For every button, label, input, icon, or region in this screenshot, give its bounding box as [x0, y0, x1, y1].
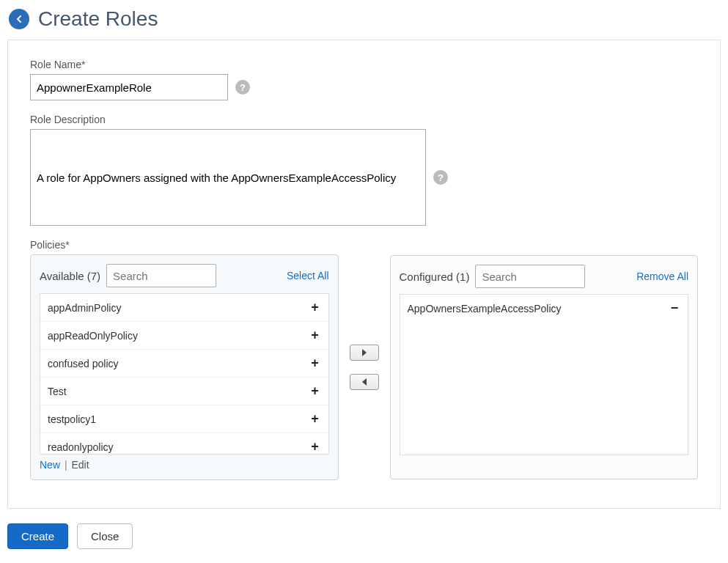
- plus-icon[interactable]: +: [309, 328, 321, 343]
- item-label: AppOwnersExampleAccessPolicy: [408, 303, 562, 314]
- select-all-link[interactable]: Select All: [287, 270, 329, 282]
- role-description-wrapper: [30, 129, 426, 226]
- available-footer: New | Edit: [40, 455, 329, 471]
- move-left-button[interactable]: [350, 374, 379, 390]
- available-panel: Available (7) Select All appAdminPolicy …: [30, 254, 339, 480]
- configured-search-input[interactable]: [475, 265, 585, 288]
- policies-label: Policies*: [30, 239, 698, 251]
- create-role-form: Role Name* ? Role Description ? Policies…: [7, 40, 721, 509]
- transfer-controls: [350, 345, 379, 390]
- item-label: readonlypolicy: [48, 441, 114, 453]
- available-title: Available (7): [40, 270, 100, 282]
- create-button[interactable]: Create: [7, 523, 68, 549]
- plus-icon[interactable]: +: [309, 411, 321, 427]
- role-name-label: Role Name*: [30, 59, 698, 70]
- arrow-left-icon: [13, 13, 25, 25]
- help-icon[interactable]: ?: [235, 80, 250, 95]
- plus-icon[interactable]: +: [309, 439, 321, 455]
- close-button[interactable]: Close: [77, 523, 133, 549]
- caret-left-icon: [361, 378, 367, 386]
- caret-right-icon: [361, 349, 367, 356]
- item-label: appAdminPolicy: [48, 302, 121, 314]
- list-item[interactable]: appReadOnlyPolicy +: [40, 322, 328, 350]
- edit-link[interactable]: Edit: [71, 459, 89, 471]
- configured-footer: [400, 455, 689, 470]
- configured-title: Configured (1): [400, 271, 470, 283]
- item-label: appReadOnlyPolicy: [48, 330, 138, 342]
- button-bar: Create Close: [7, 523, 721, 549]
- role-name-input[interactable]: [30, 74, 228, 100]
- plus-icon[interactable]: +: [309, 383, 321, 399]
- item-label: testpolicy1: [48, 413, 96, 425]
- list-item[interactable]: Test +: [40, 378, 328, 405]
- plus-icon[interactable]: +: [309, 300, 321, 315]
- role-name-group: Role Name* ?: [30, 59, 698, 100]
- minus-icon[interactable]: −: [669, 301, 680, 316]
- list-item[interactable]: appAdminPolicy +: [40, 294, 328, 322]
- list-item[interactable]: readonlypolicy +: [40, 433, 328, 455]
- item-label: confused policy: [48, 358, 119, 369]
- page-header: Create Roles: [7, 7, 721, 31]
- plus-icon[interactable]: +: [309, 356, 321, 371]
- remove-all-link[interactable]: Remove All: [636, 271, 688, 282]
- list-item[interactable]: confused policy +: [40, 350, 328, 378]
- available-search-input[interactable]: [106, 264, 216, 287]
- footer-separator: |: [62, 459, 70, 471]
- role-description-group: Role Description ?: [30, 114, 698, 226]
- list-item[interactable]: AppOwnersExampleAccessPolicy −: [400, 295, 688, 322]
- role-description-input[interactable]: [37, 172, 419, 184]
- policies-group: Policies* Available (7) Select All appAd…: [30, 239, 698, 480]
- help-icon[interactable]: ?: [433, 170, 448, 185]
- list-item[interactable]: testpolicy1 +: [40, 405, 328, 433]
- new-link[interactable]: New: [40, 459, 60, 471]
- configured-list[interactable]: AppOwnersExampleAccessPolicy −: [400, 294, 689, 455]
- configured-panel: Configured (1) Remove All AppOwnersExamp…: [390, 255, 699, 479]
- back-button[interactable]: [9, 9, 29, 29]
- role-description-label: Role Description: [30, 114, 698, 125]
- page-title: Create Roles: [38, 7, 158, 31]
- move-right-button[interactable]: [350, 345, 379, 361]
- item-label: Test: [48, 386, 67, 397]
- available-list[interactable]: appAdminPolicy + appReadOnlyPolicy + con…: [40, 293, 329, 455]
